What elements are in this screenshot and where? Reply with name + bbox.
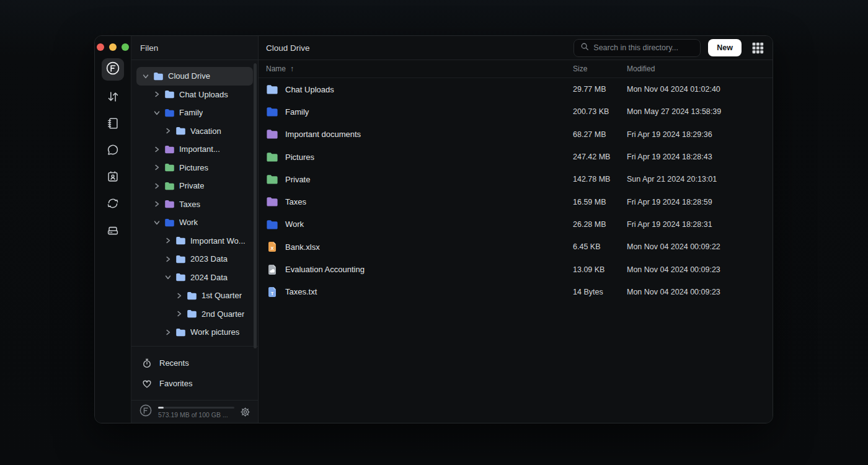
file-row[interactable]: Private142.78 MBSun Apr 21 2024 20:13:01: [259, 168, 773, 190]
file-row[interactable]: Family200.73 KBMon May 27 2024 13:58:39: [259, 100, 773, 123]
settings-gear-icon[interactable]: [240, 407, 250, 417]
sidebar-item-favorites[interactable]: Favorites: [136, 373, 253, 394]
folder-icon: [266, 152, 278, 162]
storage-usage-text: 573.19 MB of 100 GB ...: [158, 411, 231, 418]
sidebar-tree-item[interactable]: 2024 Data: [136, 268, 253, 287]
window-controls: [97, 43, 129, 51]
file-name: Taxes.txt: [285, 287, 317, 296]
tree-item-label: 2023 Data: [190, 254, 228, 264]
sidebar-tree-item[interactable]: 2nd Quarter: [136, 305, 253, 324]
chevron-down-icon[interactable]: [154, 110, 160, 116]
file-size: 29.77 MB: [573, 85, 627, 94]
close-window-button[interactable]: [97, 43, 104, 51]
sidebar-tree-item[interactable]: Vacation: [136, 122, 253, 141]
file-row[interactable]: Chat Uploads29.77 MBMon Nov 04 2024 01:0…: [259, 78, 773, 100]
file-name: Work: [285, 219, 304, 229]
sidebar-tree-item[interactable]: Private: [136, 177, 253, 195]
file-modified: Fri Apr 19 2024 18:29:36: [627, 130, 765, 139]
rail-transfers-arrows-icon[interactable]: [105, 89, 120, 104]
chevron-right-icon[interactable]: [165, 256, 171, 262]
file-row[interactable]: Pictures247.42 MBFri Apr 19 2024 18:28:4…: [259, 146, 773, 168]
folder-icon: [266, 129, 278, 140]
rail-chat-icon[interactable]: [105, 143, 120, 157]
file-modified: Fri Apr 19 2024 18:28:43: [627, 153, 765, 161]
chevron-right-icon[interactable]: [165, 329, 171, 335]
chevron-right-icon[interactable]: [165, 128, 171, 134]
sidebar-tree-item[interactable]: Family: [136, 104, 253, 122]
sidebar-item-cloud-drive-active[interactable]: [102, 58, 124, 81]
file-row[interactable]: Work26.28 MBFri Apr 19 2024 18:28:31: [259, 213, 773, 236]
folder-icon: [164, 108, 175, 117]
column-header-name[interactable]: Name ↑: [266, 64, 573, 73]
sidebar-scrollbar[interactable]: [254, 63, 257, 348]
sidebar-tree-item[interactable]: Taxes: [136, 195, 253, 214]
folder-icon: [164, 163, 175, 172]
file-row[interactable]: Important documents68.27 MBFri Apr 19 20…: [259, 123, 773, 146]
file-row[interactable]: Evaluation Accounting13.09 KBMon Nov 04 …: [259, 258, 773, 280]
minimize-window-button[interactable]: [109, 43, 117, 51]
rail-drive-icon[interactable]: [105, 223, 120, 237]
storage-progress-fill: [158, 407, 164, 409]
file-row[interactable]: Taxes16.59 MBFri Apr 19 2024 18:28:59: [259, 190, 773, 213]
tree-item-label: 2nd Quarter: [202, 309, 244, 319]
chevron-right-icon[interactable]: [154, 91, 160, 97]
file-name: Taxes: [285, 197, 306, 206]
file-size: 13.09 KB: [573, 265, 627, 274]
tree-item-label: Pictures: [179, 163, 208, 172]
file-size: 16.59 MB: [573, 198, 627, 206]
chevron-right-icon[interactable]: [154, 183, 160, 189]
grid-view-icon[interactable]: [749, 39, 766, 56]
new-button[interactable]: New: [708, 39, 742, 56]
column-header-size[interactable]: Size: [573, 64, 627, 73]
sidebar-tree-item[interactable]: Chat Uploads: [136, 86, 253, 104]
sidebar-tree-item[interactable]: Work pictures: [136, 323, 253, 342]
sidebar-shortcuts: RecentsFavorites: [131, 347, 258, 400]
zoom-window-button[interactable]: [122, 43, 129, 51]
rail-sync-icon[interactable]: [105, 196, 120, 211]
sidebar: Filen Cloud DriveChat UploadsFamilyVacat…: [131, 36, 259, 423]
chevron-right-icon[interactable]: [176, 311, 182, 317]
file-modified: Mon Nov 04 2024 00:09:23: [627, 265, 765, 274]
chevron-down-icon[interactable]: [165, 274, 171, 280]
sidebar-tree-item[interactable]: Important Wo...: [136, 232, 253, 250]
chevron-right-icon[interactable]: [165, 237, 171, 244]
folder-icon: [175, 255, 186, 264]
rail-notes-icon[interactable]: [105, 116, 120, 131]
file-row[interactable]: XBank.xlsx6.45 KBMon Nov 04 2024 00:09:2…: [259, 236, 773, 258]
chevron-right-icon[interactable]: [154, 146, 160, 153]
tree-item-label: 1st Quarter: [202, 291, 242, 300]
chevron-right-icon[interactable]: [154, 164, 160, 170]
tree-item-label: Taxes: [179, 200, 200, 209]
folder-icon: [175, 328, 186, 337]
sidebar-item-recents[interactable]: Recents: [136, 353, 253, 373]
sidebar-tree-item[interactable]: 1st Quarter: [136, 286, 253, 305]
sidebar-tree-item[interactable]: Work: [136, 213, 253, 232]
column-header-modified[interactable]: Modified: [627, 64, 765, 73]
chevron-right-icon[interactable]: [154, 201, 160, 207]
tree-item-label: Vacation: [190, 126, 221, 136]
tree-item-label: Private: [179, 181, 204, 190]
file-modified: Fri Apr 19 2024 18:28:31: [627, 220, 765, 229]
sidebar-tree-item[interactable]: Cloud Drive: [136, 67, 253, 86]
tree-item-label: Cloud Drive: [168, 71, 210, 81]
chevron-down-icon[interactable]: [143, 73, 149, 79]
file-modified: Mon Nov 04 2024 00:09:23: [627, 288, 765, 296]
folder-tree: Cloud DriveChat UploadsFamilyVacationImp…: [131, 60, 258, 346]
file-modified: Sun Apr 21 2024 20:13:01: [627, 175, 765, 184]
folder-icon: [266, 107, 278, 117]
shortcut-label: Favorites: [159, 379, 192, 388]
search-input[interactable]: [593, 43, 694, 52]
folder-icon: [153, 72, 164, 81]
chevron-right-icon[interactable]: [176, 293, 182, 299]
filen-logo-icon: [105, 61, 120, 78]
sidebar-tree-item[interactable]: 2023 Data: [136, 250, 253, 268]
sidebar-tree-item[interactable]: Pictures: [136, 159, 253, 177]
sidebar-tree-item[interactable]: Important...: [136, 140, 253, 159]
rail-contacts-icon[interactable]: [105, 169, 120, 184]
folder-icon: [266, 197, 278, 207]
tree-item-label: 2024 Data: [190, 273, 228, 282]
chevron-down-icon[interactable]: [154, 219, 160, 226]
file-row[interactable]: TTaxes.txt14 BytesMon Nov 04 2024 00:09:…: [259, 281, 773, 303]
file-size: 200.73 KB: [573, 107, 627, 116]
folder-icon: [175, 273, 186, 281]
